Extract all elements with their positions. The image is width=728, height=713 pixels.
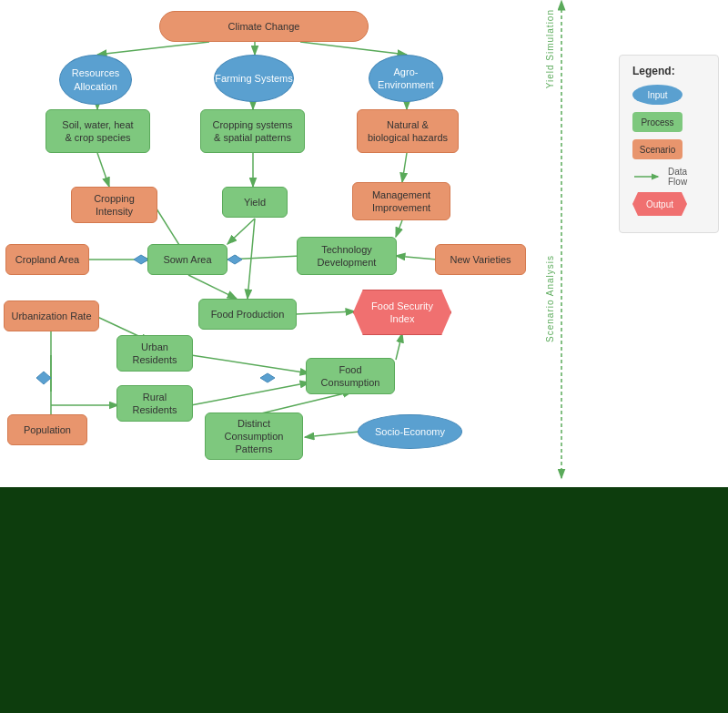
svg-marker-29 [134,255,148,264]
legend-scenario-box: Scenario [632,139,682,159]
svg-line-15 [188,275,237,299]
scenario-analysis-label: Scenario Analysis [545,255,555,342]
legend-item-input: Input [632,85,705,105]
svg-line-2 [300,42,407,55]
node-soil-water: Soil, water, heat& crop species [46,109,150,153]
node-new-varieties: New Varieties [435,244,526,275]
node-cropping-systems: Cropping systems& spatial patterns [200,109,305,153]
legend-item-scenario: Scenario [632,139,705,159]
legend-box: Legend: Input Process Scenario [619,55,719,233]
svg-line-17 [296,311,355,314]
svg-marker-30 [228,255,242,264]
node-cropping-intensity: CroppingIntensity [71,187,157,223]
svg-line-0 [97,42,209,55]
svg-line-16 [248,219,255,299]
node-sown-area: Sown Area [147,244,228,275]
node-climate-change: Climate Change [159,11,369,42]
svg-line-25 [396,333,402,360]
node-socio-economy: Socio-Economy [358,414,462,449]
node-food-security-index: Food SecurityIndex [353,290,451,335]
legend-dataflow-arrow [632,171,664,182]
node-technology-development: TechnologyDevelopment [297,237,397,275]
dark-area [0,487,728,713]
node-agro-environment: Agro-Environment [369,55,443,102]
legend-title: Legend: [632,65,705,77]
svg-marker-32 [260,373,275,382]
node-cropland-area: Cropland Area [5,244,89,275]
svg-marker-31 [36,372,51,384]
svg-line-26 [258,392,352,414]
node-population: Population [7,414,87,445]
legend-item-output: Output [632,192,705,216]
yield-simulation-label: Yield Simulation [545,9,555,88]
node-management-improvement: ManagementImprovement [352,182,450,220]
node-food-production: Food Production [198,299,297,330]
diagram-area: Climate Change ResourcesAllocation Farmi… [0,0,728,487]
legend-process-box: Process [632,112,682,132]
node-distinct-consumption: DistinctConsumptionPatterns [205,413,303,460]
legend-item-dataflow: DataFlow [632,167,705,187]
svg-line-24 [191,382,309,405]
node-resources-allocation: ResourcesAllocation [59,55,132,105]
svg-line-11 [228,219,255,244]
svg-line-14 [228,256,300,260]
node-farming-systems: Farming Systems [214,55,294,102]
node-food-consumption: FoodConsumption [306,358,395,394]
legend-item-process: Process [632,112,705,132]
legend-input-box: Input [632,85,682,105]
svg-line-6 [97,153,109,187]
node-rural-residents: RuralResidents [116,385,193,422]
svg-line-27 [305,432,359,437]
node-yield: Yield [222,187,288,218]
legend-output-box: Output [632,192,687,216]
svg-line-8 [402,153,407,182]
node-urban-residents: UrbanResidents [116,335,193,372]
svg-line-12 [396,220,402,237]
node-natural-hazards: Natural &biological hazards [357,109,459,153]
node-urbanization-rate: Urbanization Rate [4,300,99,331]
svg-line-13 [396,256,437,260]
svg-line-23 [191,355,309,373]
